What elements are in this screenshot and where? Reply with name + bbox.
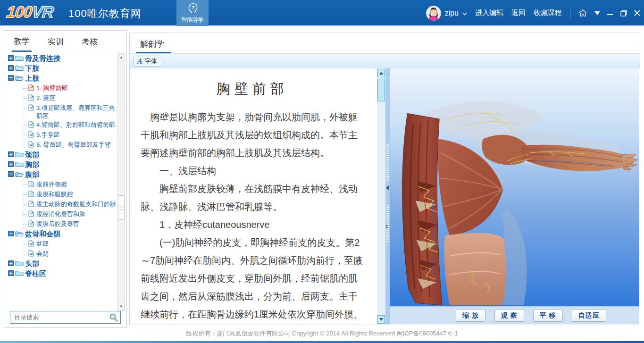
user-menu[interactable]: zipu [426,6,467,21]
tree-folder[interactable]: +颈部 [8,151,117,159]
document-icon [28,131,34,140]
scrollbar-thumb[interactable] [118,195,125,220]
tree-item[interactable]: 腹前外侧壁 [23,180,117,189]
tree-item[interactable]: 4.臂前部、肘前部和前臂前部 [23,121,117,130]
content-tabbar: 解剖学 [130,33,640,54]
viewer-stage[interactable] [390,68,639,306]
footer: 版权所有：厦门凤凰创壹软件有限公司 Copyright © 2014 All R… [0,328,644,341]
panel-splitter[interactable] [385,68,390,324]
tree-item[interactable]: 腹主动脉的奇数脏支和门静脉 [23,200,117,209]
course-tree: +骨及骨连接+下肢−上肢1. 胸臂前部2. 腋区3.项背部浅层、肩胛区和三角肌区… [8,53,117,310]
tree-folder[interactable]: +脊柱区 [8,269,117,278]
document-icon [28,191,34,199]
minimize-icon[interactable] [607,10,613,16]
viewer-button-自适应[interactable]: 自适应 [572,309,606,322]
article-body: 胸壁是以胸廓为支架，肋骨间充以肋间肌，外被躯干肌和胸部上肢肌及其浅层的炊组织构成… [141,108,364,324]
tree-item[interactable]: 6. 臂后部、前臂后部及手背 [23,141,117,150]
folder-open-icon [15,171,24,179]
tree-folder-label: 骨及骨连接 [25,54,60,63]
active-tab-underline [136,52,171,53]
scroll-down-icon[interactable] [377,315,385,324]
tree-item[interactable]: 3.项背部浅层、肩胛区和三角肌区 [23,104,117,120]
sidebar-tab-考核[interactable]: 考核 [80,32,100,51]
smart-guide-button[interactable]: ? 智能导学 [176,0,209,26]
expand-icon[interactable]: + [8,151,14,157]
dropdown-icon[interactable] [594,11,600,15]
restore-icon[interactable] [620,10,627,17]
font-button[interactable]: A 字体 [134,56,162,67]
folder-icon [15,260,24,268]
document-icon [28,104,34,113]
site-logo[interactable]: 100VR [6,3,54,21]
head-question-icon: ? [187,2,199,16]
folder-open-icon [15,75,24,83]
collapse-icon[interactable]: − [8,75,14,81]
close-icon[interactable] [634,10,640,16]
tree-item[interactable]: 腹腔消化器官和脾 [23,210,117,219]
tree-folder[interactable]: +胸部 [8,160,117,169]
magnifier-icon[interactable] [109,313,118,322]
header-bar: 100VR 100唯尔教育网 ? 智能导学 [0,0,644,26]
sidebar-tab-实训[interactable]: 实训 [46,32,66,51]
tree-item[interactable]: 2. 腋区 [23,94,117,103]
home-icon[interactable] [578,9,587,17]
expand-icon[interactable]: + [8,260,14,266]
menu-favorite-course[interactable]: 收藏课程 [534,8,562,17]
article-scrollbar[interactable] [377,68,385,324]
splitter-grip [386,144,389,182]
header-divider [570,7,570,19]
window-bottom-border [0,341,644,343]
tree-item[interactable]: 腹膜和腹膜腔 [23,190,117,199]
username: zipu [445,9,459,17]
collapse-left-icon[interactable] [386,185,389,190]
viewer-toolbar: 缩 放观 察平 移自适应 [390,306,639,324]
tree-item[interactable]: 腹膜后腔及器官 [23,220,117,229]
collapse-icon[interactable]: − [8,231,14,236]
sidebar-tab-教学[interactable]: 教学 [12,31,32,52]
menu-enter-edit[interactable]: 进入编辑 [475,8,503,17]
content-toolbar: A 字体 [130,54,640,68]
catalog-search [10,311,121,324]
tab-anatomy[interactable]: 解剖学 [140,39,164,50]
tree-folder-label: 腹部 [25,170,39,179]
sidebar: 教学实训考核 +骨及骨连接+下肢−上肢1. 胸臂前部2. 腋区3.项背部浅层、肩… [4,30,127,328]
site-title: 100唯尔教育网 [68,7,142,21]
tree-item-label: 2. 腋区 [36,94,117,102]
tree-folder[interactable]: +下肢 [8,64,117,73]
collapse-icon[interactable]: − [8,171,14,177]
document-icon [28,240,34,249]
scroll-up-icon[interactable] [377,69,385,77]
tree-scrollbar[interactable]: ▲ ▼ [117,53,125,311]
tree-folder[interactable]: +骨及骨连接 [8,54,117,63]
tree-folder[interactable]: −上肢 [8,74,117,83]
document-icon [28,84,34,93]
app-window: 100VR 100唯尔教育网 ? 智能导学 [0,0,644,343]
viewer-button-平移[interactable]: 平 移 [533,309,563,322]
expand-icon[interactable]: + [8,65,14,71]
tree-folder-label: 下肢 [25,64,39,73]
search-input[interactable] [10,314,109,321]
chevron-down-icon [462,9,467,17]
tree-item[interactable]: 会阴 [23,250,117,259]
scrollbar-thumb[interactable] [377,79,385,101]
viewer-button-观察[interactable]: 观 察 [494,309,524,322]
viewer-button-缩放[interactable]: 缩 放 [456,309,485,322]
tree-item[interactable]: 盆部 [23,240,117,249]
svg-text:?: ? [191,5,194,10]
scroll-up-icon[interactable]: ▲ [118,54,125,61]
article-panel: 胸壁前部 胸壁是以胸廓为支架，肋骨间充以肋间肌，外被躯干肌和胸部上肢肌及其浅层的… [130,68,376,324]
menu-back[interactable]: 返回 [511,8,526,17]
tree-folder-label: 上肢 [25,74,39,83]
folder-icon [15,151,24,159]
tree-item[interactable]: 1. 胸臂前部 [23,84,117,93]
tree-item-label: 4.臂前部、肘前部和前臂前部 [36,121,117,129]
tree-folder[interactable]: −盆骨和会阴 [8,230,117,239]
scroll-down-icon[interactable]: ▼ [118,303,125,310]
tree-item[interactable]: 5.手掌部 [23,131,117,140]
tree-folder[interactable]: −腹部 [8,170,117,179]
copyright-text: 版权所有：厦门凤凰创壹软件有限公司 Copyright © 2014 All R… [186,330,458,337]
expand-icon[interactable]: + [8,270,14,276]
tree-folder[interactable]: +头部 [8,259,117,268]
expand-icon[interactable]: + [8,161,14,167]
expand-icon[interactable]: + [8,55,14,61]
